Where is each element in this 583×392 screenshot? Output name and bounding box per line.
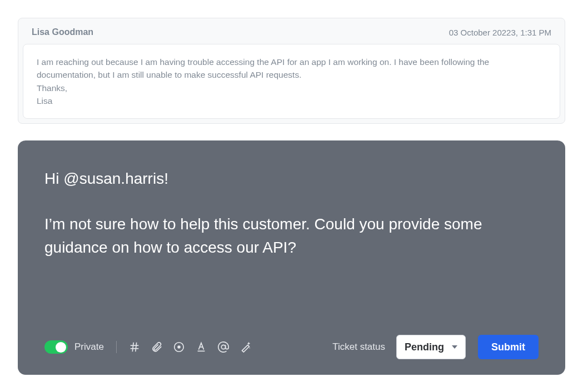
ticket-status-label: Ticket status [332,341,385,353]
svg-line-3 [136,343,137,352]
svg-line-2 [132,343,133,352]
compose-textarea[interactable]: Hi @susan.harris! I’m not sure how to he… [44,167,539,335]
magic-icon[interactable] [237,338,255,356]
chevron-down-icon [452,345,457,349]
text-color-icon[interactable] [192,338,210,356]
compose-greeting: Hi @susan.harris! [44,167,539,190]
record-icon[interactable] [170,338,188,356]
compose-footer: Private Ticket status [44,335,539,359]
message-body-line: Thanks, [37,82,546,94]
app-frame: Lisa Goodman 03 October 20223, 1:31 PM I… [0,0,583,392]
divider [116,341,117,353]
message-timestamp: 03 October 20223, 1:31 PM [449,28,551,37]
sender-name: Lisa Goodman [32,27,93,37]
message-body-line: Lisa [37,94,546,107]
compose-body: I’m not sure how to help this customer. … [44,215,482,256]
submit-button[interactable]: Submit [478,335,539,359]
compose-panel: Hi @susan.harris! I’m not sure how to he… [18,140,565,375]
message-header: Lisa Goodman 03 October 20223, 1:31 PM [18,18,565,44]
ticket-status-value: Pending [405,341,444,353]
message-body-line: I am reaching out because I am having tr… [37,56,546,82]
svg-point-8 [221,345,225,349]
incoming-message-card: Lisa Goodman 03 October 20223, 1:31 PM I… [18,18,565,124]
svg-point-5 [177,345,181,349]
toggle-knob [56,342,66,353]
svg-point-9 [250,348,250,348]
hash-icon[interactable] [126,338,143,356]
message-body: I am reaching out because I am having tr… [23,44,560,119]
mention-icon[interactable] [215,338,232,356]
attachment-icon[interactable] [148,338,166,356]
private-label: Private [74,341,104,353]
ticket-status-select[interactable]: Pending [396,335,466,359]
private-toggle[interactable] [44,340,68,354]
